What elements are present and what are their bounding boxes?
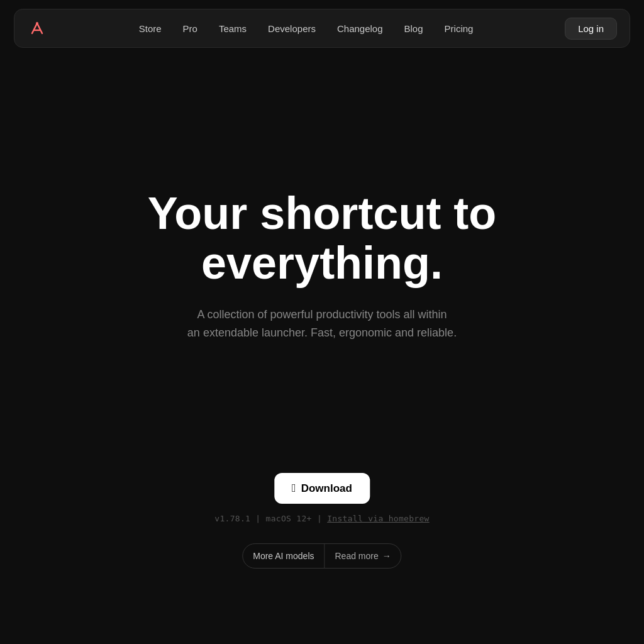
- separator1: |: [255, 514, 265, 523]
- version-number: v1.78.1: [214, 514, 250, 523]
- separator2: |: [317, 514, 327, 523]
- download-button[interactable]:  Download: [274, 473, 370, 504]
- nav-changelog[interactable]: Changelog: [328, 19, 392, 38]
- nav-teams[interactable]: Teams: [210, 19, 255, 38]
- navbar-right: Log in: [565, 18, 617, 40]
- nav-developers[interactable]: Developers: [259, 19, 325, 38]
- hero-subtitle: A collection of powerful productivity to…: [187, 306, 457, 342]
- nav-store[interactable]: Store: [130, 19, 170, 38]
- navbar-left: [27, 18, 47, 38]
- hero-subtitle-line1: A collection of powerful productivity to…: [197, 308, 447, 321]
- hero-title-line1: Your shortcut to: [148, 188, 497, 238]
- svg-point-0: [36, 22, 38, 25]
- ai-read-more-link[interactable]: Read more →: [325, 544, 401, 568]
- version-info: v1.78.1 | macOS 12+ | Install via homebr…: [214, 514, 429, 523]
- homebrew-link[interactable]: Install via homebrew: [327, 514, 430, 523]
- nav-pro[interactable]: Pro: [174, 19, 206, 38]
- os-requirement: macOS 12+: [266, 514, 312, 523]
- apple-icon: : [292, 482, 296, 495]
- login-button[interactable]: Log in: [565, 18, 617, 40]
- logo-icon[interactable]: [27, 18, 47, 38]
- ai-badge: More AI models Read more →: [242, 543, 402, 569]
- bottom-section:  Download v1.78.1 | macOS 12+ | Install…: [214, 473, 429, 569]
- hero-subtitle-line2: an extendable launcher. Fast, ergonomic …: [187, 326, 457, 339]
- download-label: Download: [301, 482, 352, 495]
- nav-pricing[interactable]: Pricing: [436, 19, 482, 38]
- read-more-label: Read more: [335, 551, 378, 561]
- hero-title: Your shortcut to everything.: [148, 189, 497, 288]
- navbar: Store Pro Teams Developers Changelog Blo…: [14, 9, 630, 48]
- nav-blog[interactable]: Blog: [396, 19, 432, 38]
- hero-title-line2: everything.: [201, 238, 443, 288]
- arrow-icon: →: [382, 551, 391, 561]
- navbar-center: Store Pro Teams Developers Changelog Blo…: [130, 19, 482, 38]
- ai-badge-left-label: More AI models: [243, 544, 325, 568]
